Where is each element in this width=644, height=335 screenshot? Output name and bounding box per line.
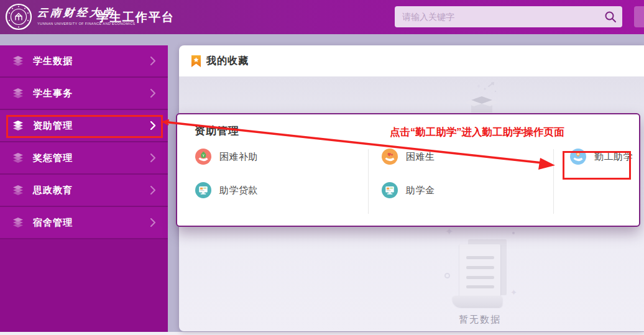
menu-item-student-loan[interactable]: 助学贷款 [195, 182, 258, 198]
layers-icon [12, 88, 24, 98]
layers-icon [12, 56, 24, 66]
header-partial-button[interactable] [634, 6, 644, 27]
layers-icon [12, 185, 24, 195]
hand-heart-icon [382, 149, 398, 165]
annotation-text: 点击“勤工助学”进入勤工助学操作页面 [390, 126, 564, 139]
flyout-title: 资助管理 [195, 124, 239, 138]
layers-icon [12, 153, 24, 163]
menu-item-label: 困难补助 [219, 151, 258, 163]
chevron-right-icon [150, 218, 155, 227]
sidebar-item-funding[interactable]: 资助管理 [0, 110, 168, 142]
empty-state-illustration: ✦ ✦ [440, 226, 564, 328]
chevron-right-icon [150, 186, 155, 195]
search-box [395, 6, 622, 27]
sidebar-item-label: 学生事务 [33, 88, 150, 99]
hand-heart-coin-icon [570, 149, 586, 165]
sidebar: 学生数据 学生事务 资助管理 [0, 45, 168, 332]
column-divider [553, 149, 554, 214]
menu-item-label: 助学贷款 [219, 185, 258, 196]
favorites-title: 我的收藏 [206, 55, 249, 68]
column-divider [368, 149, 369, 214]
hand-money-icon [195, 149, 211, 165]
sidebar-item-label: 资助管理 [33, 120, 150, 132]
chevron-right-icon [150, 154, 155, 162]
menu-item-label: 助学金 [406, 185, 435, 196]
sidebar-item-label: 学生数据 [33, 55, 150, 67]
favorites-header: 我的收藏 [179, 45, 644, 76]
ring-icon [444, 273, 450, 278]
monitor-icon [195, 182, 211, 198]
menu-item-hardship-subsidy[interactable]: 困难补助 [195, 149, 258, 165]
dot-icon [512, 232, 515, 234]
menu-item-needy-student[interactable]: 困难生 [382, 149, 435, 165]
platform-title: 学生工作平台 [96, 0, 175, 34]
sidebar-item-label: 宿舍管理 [33, 217, 150, 229]
chevron-right-icon [150, 89, 155, 98]
sidebar-item-label: 奖惩管理 [33, 152, 150, 164]
sparkle-icon: ✦ [445, 226, 453, 237]
empty-state-text: 暂无数据 [443, 314, 517, 326]
sidebar-item-ideology[interactable]: 思政教育 [0, 175, 168, 207]
sidebar-item-label: 思政教育 [33, 185, 150, 196]
sidebar-item-rewards[interactable]: 奖惩管理 [0, 142, 168, 175]
empty-box-illustration [460, 81, 504, 116]
document-front-sheet [459, 244, 500, 301]
sidebar-item-student-data[interactable]: 学生数据 [0, 45, 168, 78]
chevron-right-icon [150, 57, 155, 65]
search-icon[interactable] [604, 11, 617, 23]
page-curl [453, 296, 502, 307]
layers-icon [12, 218, 24, 227]
chevron-right-icon [150, 121, 155, 130]
university-seal-icon [5, 3, 32, 30]
monitor-icon [382, 182, 398, 198]
sidebar-item-dormitory[interactable]: 宿舍管理 [0, 207, 168, 239]
search-input[interactable] [395, 6, 622, 27]
sidebar-item-student-affairs[interactable]: 学生事务 [0, 78, 168, 110]
menu-item-grant[interactable]: 助学金 [382, 182, 435, 198]
bookmark-icon [191, 55, 201, 67]
menu-item-label: 困难生 [406, 151, 435, 163]
app-header: 云南财经大学 YUNNAN UNIVERSITY OF FINANCE AND … [0, 0, 644, 34]
menu-item-label: 勤工助学 [594, 151, 633, 163]
menu-item-work-study[interactable]: 勤工助学 [570, 149, 633, 165]
page: 云南财经大学 YUNNAN UNIVERSITY OF FINANCE AND … [0, 0, 644, 335]
sparkle-icon: ✦ [510, 288, 517, 297]
layers-icon [12, 121, 24, 131]
